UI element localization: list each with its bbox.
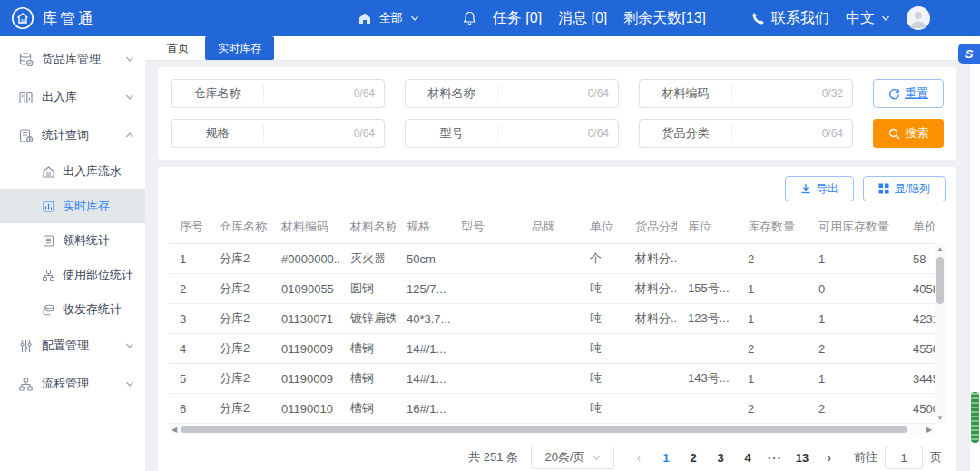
field-material-code[interactable]: 材料编码 0/32 [639, 79, 853, 108]
tab-bar: 首页 实时库存 [145, 36, 980, 61]
goods-category-input[interactable] [732, 120, 822, 147]
export-button[interactable]: 导出 [785, 176, 854, 201]
prev-page-button[interactable]: ‹ [627, 446, 651, 469]
sidebar-item-material-stats[interactable]: 领料统计 [0, 223, 145, 258]
table-row[interactable]: 2分库201090055圆钢125/7...吨材料分...155号...1040… [169, 274, 935, 304]
inventory-table: 序号 仓库名称 材料编码 材料名称 规格 型号 品牌 单位 货品分类 库位 库存 [169, 211, 935, 424]
next-page-button[interactable]: › [818, 446, 841, 469]
col-header[interactable]: 序号 [169, 211, 209, 244]
field-model[interactable]: 型号 0/64 [405, 119, 619, 148]
floating-widget[interactable]: S [958, 44, 980, 64]
material-name-input[interactable] [498, 80, 588, 107]
col-header[interactable]: 可用库存数量 [808, 211, 913, 244]
field-goods-category[interactable]: 货品分类 0/64 [639, 119, 853, 148]
cell [450, 244, 521, 274]
table-horizontal-scrollbar[interactable]: ◀ ▶ [169, 424, 935, 435]
cell: 5 [169, 364, 209, 394]
search-button[interactable]: 搜索 [873, 119, 944, 148]
tab-realtime-inventory[interactable]: 实时库存 [205, 36, 274, 60]
page-number-2[interactable]: 2 [681, 446, 705, 469]
material-code-input[interactable] [732, 80, 822, 107]
scroll-down-arrow[interactable]: ▼ [936, 413, 944, 424]
sidebar-item-process-management[interactable]: 流程管理 [0, 365, 145, 403]
cell [450, 394, 521, 424]
messages-label: 消息 [0] [558, 9, 607, 28]
user-avatar[interactable] [906, 6, 930, 30]
sidebar-item-in-out-warehouse[interactable]: 出入库 [0, 78, 145, 116]
col-header[interactable]: 型号 [450, 211, 521, 244]
list-doc-icon [42, 234, 55, 248]
col-header[interactable]: 材料编码 [270, 211, 339, 244]
contact-us-link[interactable]: 联系我们 [751, 9, 829, 28]
scroll-left-arrow[interactable]: ◀ [169, 426, 180, 434]
page-ellipsis[interactable]: ··· [763, 446, 787, 469]
col-header[interactable]: 规格 [396, 211, 450, 244]
field-spec[interactable]: 规格 0/64 [171, 119, 385, 148]
col-header[interactable]: 库位 [677, 211, 737, 244]
window-scroll-thumb[interactable] [971, 392, 979, 443]
page-number-1[interactable]: 1 [654, 446, 678, 469]
sidebar-item-receive-send-stats[interactable]: 收发存统计 [0, 292, 145, 327]
col-header[interactable]: 品牌 [521, 211, 579, 244]
goto-page: 前往 页 [854, 446, 942, 469]
vertical-scroll-thumb[interactable] [936, 257, 944, 304]
page-number-3[interactable]: 3 [709, 446, 732, 469]
cell: 1 [808, 364, 913, 394]
main-area: S 首页 实时库存 仓库名称 0/64 材料名称 0/64 [145, 36, 980, 471]
warehouse-name-input[interactable] [264, 80, 354, 107]
goto-page-input[interactable] [885, 446, 923, 469]
cell [450, 274, 521, 304]
show-hide-columns-button[interactable]: 显/隐列 [863, 176, 946, 201]
scope-selector[interactable]: 全部 [358, 10, 419, 26]
cell: 4058.83 [913, 274, 935, 304]
spec-input[interactable] [264, 120, 354, 147]
table-row[interactable]: 3分库201130071镀锌扁铁40*3.7...吨材料分...123号...1… [169, 304, 935, 334]
table-vertical-scrollbar[interactable]: ▲ ▼ [935, 244, 946, 424]
field-label: 材料名称 [406, 85, 498, 102]
window-scrollbar[interactable] [970, 36, 980, 471]
reset-button[interactable]: 重置 [873, 79, 944, 108]
table-row[interactable]: 4分库201190009槽钢14#/1...吨224550 [169, 334, 935, 364]
cell: 吨 [579, 364, 624, 394]
cell: 01190010 [270, 394, 339, 424]
scroll-right-arrow[interactable]: ▶ [924, 426, 935, 434]
sidebar-item-statistics-query[interactable]: 统计查询 [0, 116, 145, 154]
page-number-13[interactable]: 13 [790, 446, 814, 469]
language-selector[interactable]: 中文 [846, 9, 890, 28]
page-unit-label: 页 [930, 449, 942, 466]
messages-link[interactable]: 消息 [0] [558, 9, 607, 28]
sidebar-item-goods-warehouse[interactable]: 货品库管理 [0, 40, 145, 78]
model-input[interactable] [498, 120, 588, 147]
notifications-bell[interactable] [463, 11, 476, 25]
horizontal-scroll-thumb[interactable] [181, 426, 907, 433]
col-header[interactable]: 单价 [913, 211, 935, 244]
cell: 01130071 [270, 304, 339, 334]
tab-home[interactable]: 首页 [154, 36, 201, 60]
char-counter: 0/64 [354, 87, 384, 100]
col-header[interactable]: 库存数量 [737, 211, 808, 244]
table-row[interactable]: 5分库201190009槽钢14#/1...吨143号...113445.12 [169, 364, 935, 394]
grid-icon [878, 183, 889, 194]
sidebar-item-realtime-inventory[interactable]: 实时库存 [0, 189, 145, 223]
table-row[interactable]: 1分库2#0000000...灭火器50cm个材料分...2158 [169, 244, 935, 274]
field-material-name[interactable]: 材料名称 0/64 [405, 79, 619, 108]
tasks-label: 任务 [0] [493, 9, 542, 28]
cell: 123号... [677, 304, 737, 334]
col-header[interactable]: 货品分类 [624, 211, 677, 244]
chevron-down-icon [125, 54, 134, 64]
page-number-4[interactable]: 4 [736, 446, 760, 469]
field-warehouse-name[interactable]: 仓库名称 0/64 [171, 79, 385, 108]
cell: 155号... [677, 274, 737, 304]
col-header[interactable]: 材料名称 [339, 211, 396, 244]
cell: 01090055 [270, 274, 339, 304]
table-row[interactable]: 6分库201190010槽钢16#/1...吨224500 [169, 394, 935, 424]
tasks-link[interactable]: 任务 [0] [493, 9, 542, 28]
scroll-up-arrow[interactable]: ▲ [936, 244, 944, 255]
sidebar-item-config-management[interactable]: 配置管理 [0, 327, 145, 365]
col-header[interactable]: 单位 [579, 211, 624, 244]
sidebar-item-inout-flow[interactable]: 出入库流水 [0, 154, 145, 189]
cell: 吨 [579, 334, 624, 364]
sidebar-item-usage-location-stats[interactable]: 使用部位统计 [0, 258, 145, 292]
col-header[interactable]: 仓库名称 [209, 211, 270, 244]
page-size-select[interactable]: 20条/页 [531, 446, 614, 469]
